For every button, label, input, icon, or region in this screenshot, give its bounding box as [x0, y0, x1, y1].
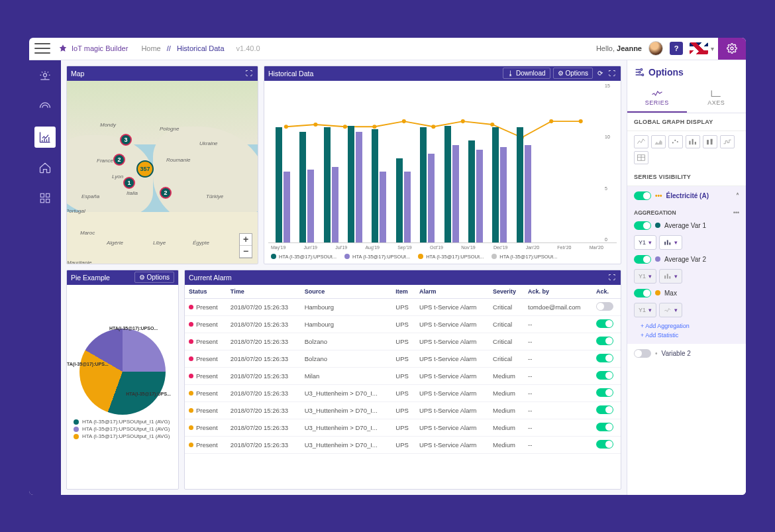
table-header[interactable]: Item — [391, 285, 415, 299]
bar-group[interactable] — [370, 129, 388, 242]
ack-toggle[interactable] — [596, 388, 613, 397]
axis-select[interactable]: Y1 ▾ — [634, 235, 656, 250]
bar-group[interactable] — [346, 126, 364, 242]
ack-toggle[interactable] — [596, 440, 613, 449]
map-pin[interactable]: 3 — [120, 134, 132, 146]
nav-grid[interactable] — [34, 187, 56, 209]
table-header[interactable]: Ack. — [592, 285, 621, 299]
table-header[interactable]: Time — [227, 285, 301, 299]
tab-series[interactable]: SERIES — [627, 84, 687, 113]
ack-toggle[interactable] — [596, 319, 613, 328]
zoom-out[interactable]: − — [240, 246, 252, 258]
table-row[interactable]: Present2018/07/20 15:26:33BolzanoUPSUPS … — [185, 333, 621, 350]
map-pin[interactable]: 357 — [136, 160, 154, 178]
chart-options-button[interactable]: ⚙ Options — [553, 68, 593, 79]
chart-type-select[interactable]: ▾ — [659, 235, 682, 250]
bar-group[interactable] — [297, 132, 316, 242]
display-table[interactable] — [634, 151, 648, 164]
chart-type-select[interactable]: ▾ — [659, 303, 682, 317]
table-header[interactable]: Severity — [489, 285, 524, 299]
legend-item[interactable]: HTA (I-35@17):UPSOUt... — [344, 254, 410, 260]
more-icon[interactable]: ••• — [733, 209, 739, 216]
display-step[interactable] — [720, 135, 735, 148]
table-row[interactable]: Present2018/07/20 15:26:33U3_Huttenheim … — [185, 401, 621, 419]
map-pin[interactable]: 2 — [113, 154, 125, 166]
bar-group[interactable] — [490, 127, 509, 242]
table-header[interactable]: Status — [185, 285, 227, 299]
agg-toggle[interactable] — [634, 221, 651, 230]
legend-item[interactable]: HTA (I-35@17):UPSOUt... — [271, 254, 336, 260]
table-row[interactable]: Present2018/07/20 15:26:33HambourgUPSUPS… — [185, 315, 621, 333]
help-button[interactable]: ? — [670, 42, 683, 55]
breadcrumb-current[interactable]: Historical Data — [177, 44, 225, 52]
bar-group[interactable] — [322, 127, 340, 242]
axis-select[interactable]: Y1 ▾ — [634, 303, 656, 317]
display-line[interactable] — [634, 135, 648, 148]
legend-item[interactable]: HTA (I-35@17):UPSOUt... — [491, 254, 557, 260]
expand-icon[interactable]: ⛶ — [244, 69, 254, 78]
menu-toggle[interactable] — [34, 42, 50, 55]
bar-group[interactable] — [515, 127, 533, 242]
nav-gauge[interactable] — [34, 96, 56, 117]
agg-toggle[interactable] — [634, 255, 651, 264]
table-row[interactable]: Present2018/07/20 15:26:33MilanUPSUPS t-… — [185, 367, 621, 384]
greeting: Hello, Jeanne — [596, 44, 642, 52]
series-1-header[interactable]: ••• Électricité (A) ˄ — [627, 186, 746, 205]
tab-axes[interactable]: AXES — [687, 84, 747, 113]
download-button[interactable]: ⭳ Download — [503, 68, 550, 79]
chart-type-select[interactable]: ▾ — [659, 269, 682, 284]
ack-toggle[interactable] — [596, 423, 613, 431]
expand-icon[interactable]: ⛶ — [607, 69, 617, 78]
table-header[interactable]: Alarm — [415, 285, 489, 299]
table-header[interactable]: Ack. by — [524, 285, 592, 299]
display-area[interactable] — [651, 135, 666, 148]
refresh-icon[interactable]: ⟳ — [595, 69, 605, 78]
axis-select[interactable]: Y1 ▾ — [634, 269, 656, 284]
table-row[interactable]: Present2018/07/20 15:26:33HambourgUPSUPS… — [185, 298, 621, 315]
table-row[interactable]: Present2018/07/20 15:26:33U3_Huttenheim … — [185, 436, 621, 453]
display-scatter[interactable] — [668, 135, 683, 148]
nav-home[interactable] — [34, 157, 56, 178]
display-bar[interactable] — [686, 135, 700, 148]
ack-toggle[interactable] — [596, 354, 613, 362]
expand-icon[interactable]: ⛶ — [607, 273, 617, 282]
pie-options-button[interactable]: ⚙ Options — [134, 272, 174, 283]
series-2-row[interactable]: • Variable 2 — [627, 344, 746, 363]
series-toggle[interactable] — [634, 349, 651, 358]
map-pin[interactable]: 1 — [123, 177, 135, 189]
bar-group[interactable] — [466, 140, 485, 242]
chart-plot[interactable]: 151050 Electricity (A) — [268, 83, 617, 243]
map-canvas[interactable]: Mondy France Pologne Ukraine España Roum… — [67, 81, 258, 264]
language-chevron-icon[interactable]: ▾ — [711, 45, 714, 52]
x-axis: May'19Jun'19Jul'19Aug'19Sep'19Oct'19Nov'… — [268, 243, 617, 250]
display-stacked[interactable] — [703, 135, 717, 148]
settings-button[interactable] — [718, 38, 746, 60]
nav-chart[interactable] — [34, 127, 56, 148]
bar-group[interactable] — [394, 158, 413, 242]
table-row[interactable]: Present2018/07/20 15:26:33BolzanoUPSUPS … — [185, 350, 621, 367]
zoom-in[interactable]: + — [240, 234, 252, 246]
add-aggregation-link[interactable]: + Add Aggregation — [634, 321, 739, 331]
agg-toggle[interactable] — [634, 289, 651, 297]
breadcrumb-home[interactable]: Home — [141, 44, 160, 52]
bar-group[interactable] — [418, 127, 437, 242]
ack-toggle[interactable] — [596, 371, 613, 380]
avatar[interactable] — [648, 41, 663, 56]
series-toggle[interactable] — [634, 191, 651, 200]
table-header[interactable]: Source — [301, 285, 392, 299]
ack-toggle[interactable] — [596, 337, 613, 345]
table-row[interactable]: Present2018/07/20 15:26:33U3_Huttenheim … — [185, 419, 621, 436]
table-row[interactable]: Present2018/07/20 15:26:33U3_Huttenheim … — [185, 384, 621, 401]
ack-toggle[interactable] — [596, 405, 613, 414]
bar-group[interactable] — [274, 127, 292, 242]
nav-sun[interactable] — [34, 66, 56, 87]
ack-toggle[interactable] — [596, 302, 613, 311]
pie-chart[interactable]: HTA(I-35@17):UPSO... HTA(I-35@17):UPS...… — [79, 329, 166, 415]
map-pin[interactable]: 2 — [160, 187, 172, 199]
legend-item[interactable]: HTA (I-35@17):UPSOUt... — [418, 254, 484, 260]
table-header-row: StatusTimeSourceItemAlarmSeverityAck. by… — [185, 285, 621, 299]
add-statistic-link[interactable]: + Add Statistic — [634, 331, 739, 340]
bar-group[interactable] — [442, 126, 461, 242]
language-flag-icon[interactable] — [690, 42, 708, 54]
svg-rect-24 — [692, 138, 694, 144]
